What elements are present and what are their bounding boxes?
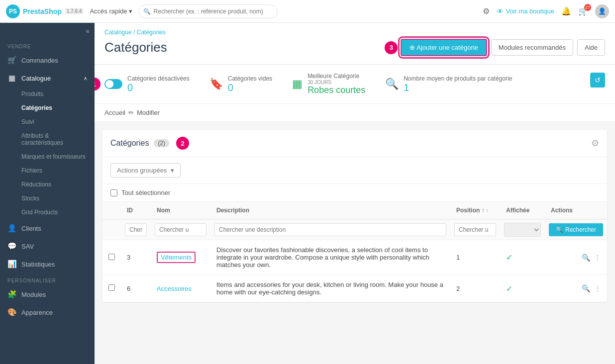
actions-groupees-dropdown[interactable]: Actions groupées ▾ (110, 163, 181, 178)
sidebar-item-gridproducts[interactable]: Grid Products (0, 205, 95, 219)
main-content: Catalogue / Catégories Catégories 3 ⊕ Aj… (95, 23, 615, 364)
search-stat-icon: 🔍 (385, 78, 399, 91)
row1-position: 1 (450, 240, 500, 275)
clients-icon: 👤 (7, 224, 16, 233)
grid-icon: ▦ (292, 78, 303, 91)
row2-more-icon[interactable]: ⋮ (594, 284, 601, 292)
search-pos-cell (450, 219, 500, 240)
voir-boutique-button[interactable]: 👁 Voir ma boutique (497, 7, 554, 15)
sidebar: « VENDRE 🛒 Commandes ▦ Catalogue ∧ Produ… (0, 23, 95, 364)
quick-access-button[interactable]: Accès rapide ▾ (90, 7, 132, 15)
version-badge: 1.7.6.4 (65, 8, 84, 14)
table-count-badge: (2) (154, 139, 169, 147)
nav-home-link[interactable]: Accueil (104, 109, 125, 116)
add-category-button[interactable]: ⊕ Ajouter une catégorie (401, 39, 487, 56)
row2-id: 6 (121, 275, 151, 302)
row1-nom-link[interactable]: Vêtements (157, 252, 196, 263)
cart-icon-btn[interactable]: 🛒 27 (578, 6, 588, 16)
stat-meilleure-value: Robes courtes (308, 85, 365, 95)
logo: PS PrestaShop 1.7.6.4 (6, 4, 84, 18)
col-id-header: ID (121, 202, 151, 219)
sidebar-item-catalogue[interactable]: ▦ Catalogue ∧ (0, 69, 95, 87)
nav-breadcrumb: Accueil ✏ Modifier (95, 104, 615, 122)
edit-icon[interactable]: ✏ (128, 109, 134, 116)
row2-actions-cell: 🔍 ⋮ (545, 275, 607, 302)
search-btn-cell: 🔍 Rechercher (545, 219, 607, 240)
row2-checkbox[interactable] (108, 284, 115, 291)
sidebar-item-statistiques[interactable]: 📊 Statistiques (0, 255, 95, 273)
sidebar-item-clients[interactable]: 👤 Clients (0, 219, 95, 237)
sidebar-item-commandes[interactable]: 🛒 Commandes (0, 51, 95, 69)
search-btn-label: Rechercher (565, 226, 596, 233)
sidebar-item-modules[interactable]: 🧩 Modules (0, 285, 95, 303)
nav-edit-link[interactable]: Modifier (137, 109, 160, 116)
col-pos-header[interactable]: Position ↑ (450, 202, 500, 219)
modules-recommandes-button[interactable]: Modules recommandés (491, 39, 573, 56)
stat-meilleure-label: Meilleure Catégorie (308, 73, 365, 80)
select-all-label: Tout sélectionner (121, 189, 170, 196)
table-section: Catégories (2) 2 ⚙ Actions groupées ▾ To… (102, 130, 607, 302)
row2-nom-link[interactable]: Accessoires (157, 285, 192, 292)
row1-actions-cell: 🔍 ⋮ (545, 240, 607, 275)
row2-affichee: ✓ (500, 275, 545, 302)
col-aff-header: Affichée (500, 202, 545, 219)
annotation-1: 1 (95, 78, 101, 91)
avatar[interactable]: 👤 (595, 4, 609, 18)
refresh-button[interactable]: ↺ (590, 73, 605, 88)
search-input[interactable] (138, 4, 278, 18)
bookmark-icon: 🔖 (209, 78, 223, 91)
settings-icon-btn[interactable]: ⚙ (483, 6, 490, 16)
row2-checkbox-cell (102, 275, 121, 302)
row2-view-icon[interactable]: 🔍 (582, 284, 590, 292)
cart-icon: 🛒 (7, 56, 16, 65)
search-nom-input[interactable] (155, 223, 206, 236)
annotation-3: 3 (385, 41, 398, 54)
search-button[interactable]: 🔍 Rechercher (549, 223, 603, 236)
row2-position: 2 (450, 275, 500, 302)
sidebar-item-categories[interactable]: Catégories (0, 101, 95, 115)
sidebar-item-attributs[interactable]: Attributs & caractéristiques (0, 129, 95, 150)
breadcrumb: Catalogue / Catégories (104, 29, 605, 36)
row1-desc: Discover our favorites fashionable disco… (210, 240, 450, 275)
sidebar-item-reductions[interactable]: Réductions (0, 178, 95, 191)
sidebar-item-marques[interactable]: Marques et fournisseurs (0, 150, 95, 164)
sidebar-clients-label: Clients (21, 225, 41, 232)
sidebar-item-sav[interactable]: 💬 SAV (0, 237, 95, 255)
sidebar-item-stocks[interactable]: Stocks (0, 191, 95, 205)
breadcrumb-catalogue[interactable]: Catalogue (104, 29, 132, 36)
stat-meilleure-content: Meilleure Catégorie 30 JOURS Robes court… (308, 73, 365, 95)
search-id-cell (121, 219, 151, 240)
search-id-input[interactable] (125, 223, 147, 236)
row1-more-icon[interactable]: ⋮ (594, 254, 601, 262)
catalogue-submenu: Produits Catégories Suivi Attributs & ca… (0, 87, 95, 219)
topbar-right: ⚙ 👁 Voir ma boutique 🔔 🛒 27 👤 (483, 4, 609, 18)
col-desc-header: Description (210, 202, 450, 219)
select-all-checkbox[interactable] (110, 189, 117, 196)
row1-checkbox[interactable] (108, 254, 115, 260)
search-pos-input[interactable] (454, 223, 496, 236)
sidebar-item-produits[interactable]: Produits (0, 87, 95, 101)
dropdown-chevron-icon: ▾ (171, 167, 174, 174)
sidebar-collapse-btn[interactable]: « (0, 23, 95, 39)
sidebar-item-apparence[interactable]: 🎨 Apparence (0, 303, 95, 321)
stat-moyenne-content: Nombre moyen de produits par catégorie 1 (404, 75, 512, 93)
sidebar-item-fichiers[interactable]: Fichiers (0, 164, 95, 178)
main-layout: « VENDRE 🛒 Commandes ▦ Catalogue ∧ Produ… (0, 23, 615, 364)
voir-boutique-label: Voir ma boutique (506, 7, 554, 15)
col-nom-header: Nom (151, 202, 210, 219)
row2-actions: 🔍 ⋮ (551, 284, 601, 292)
table-search-row: Oui Non 🔍 Rechercher (102, 219, 607, 240)
table-row: 6 Accessoires Items and accessories for … (102, 275, 607, 302)
row1-view-icon[interactable]: 🔍 (582, 254, 590, 262)
help-button[interactable]: Aide (577, 39, 605, 56)
row2-nom: Accessoires (151, 275, 210, 302)
sidebar-item-suivi[interactable]: Suivi (0, 115, 95, 129)
search-aff-select[interactable]: Oui Non (504, 223, 541, 237)
toggle-switch[interactable] (104, 79, 122, 89)
page-actions: 3 ⊕ Ajouter une catégorie Modules recomm… (401, 39, 605, 56)
table-settings-icon[interactable]: ⚙ (591, 138, 599, 149)
search-desc-input[interactable] (214, 223, 446, 236)
stat-meilleure: ▦ Meilleure Catégorie 30 JOURS Robes cou… (292, 73, 365, 95)
cart-badge: 27 (584, 4, 591, 11)
notifications-icon-btn[interactable]: 🔔 (561, 6, 571, 16)
